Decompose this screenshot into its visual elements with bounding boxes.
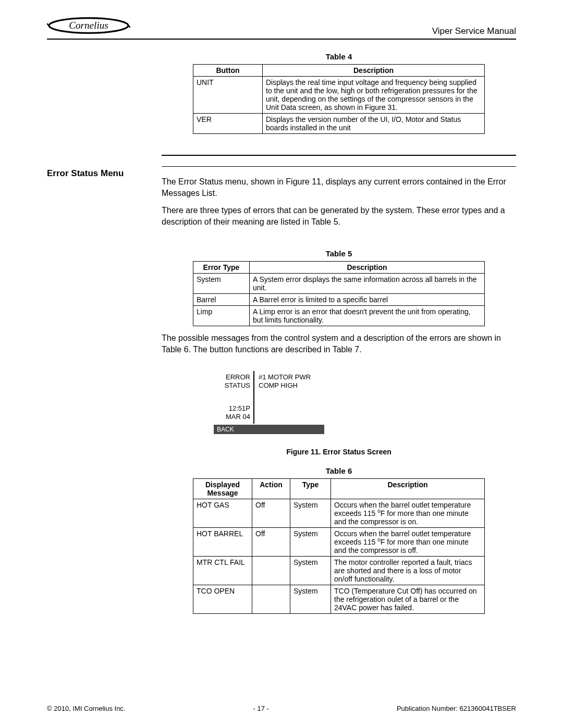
cornelius-logo-icon: Cornelius	[47, 15, 130, 36]
table5-header-type: Error Type	[193, 262, 250, 274]
lcd-back-bar: BACK	[214, 425, 324, 434]
table6: Displayed Message Action Type Descriptio…	[193, 478, 485, 614]
lcd-msg-2: COMP HIGH	[259, 381, 349, 390]
table5: Error Type Description System A System e…	[193, 261, 485, 326]
table4: Button Description UNIT Displays the rea…	[193, 64, 485, 134]
manual-title: Viper Service Manual	[432, 26, 516, 36]
para-error-status-2: There are three types of errors that can…	[162, 205, 516, 227]
table6-header-desc: Description	[331, 478, 485, 499]
section-heading-error-status: Error Status Menu	[47, 166, 162, 179]
para-after-table5: The possible messages from the control s…	[162, 332, 516, 355]
figure11-lcd: ERROR STATUS 12:51P MAR 04 #1 MOTOR PWR …	[214, 371, 349, 434]
lcd-title-1: ERROR	[214, 373, 250, 381]
table-row: TCO OPEN System TCO (Temperature Cut Off…	[193, 585, 485, 613]
table-row: HOT GAS Off System Occurs when the barre…	[193, 499, 485, 527]
svg-text:Cornelius: Cornelius	[69, 20, 108, 31]
table4-caption: Table 4	[162, 52, 516, 61]
table5-caption: Table 5	[162, 249, 516, 258]
para-error-status-1: The Error Status menu, shown in Figure 1…	[162, 176, 516, 199]
footer-page-number: - 17 -	[253, 705, 269, 712]
footer-copyright: © 2010, IMI Cornelius Inc.	[47, 705, 125, 712]
table-row: UNIT Displays the real time input voltag…	[193, 77, 485, 114]
footer-publication: Publication Number: 621360041TBSER	[397, 705, 516, 712]
table4-header-button: Button	[193, 65, 263, 77]
cornelius-logo: Cornelius	[47, 15, 130, 36]
lcd-date: MAR 04	[214, 413, 250, 421]
page-footer: © 2010, IMI Cornelius Inc. - 17 - Public…	[47, 705, 516, 712]
table-row: Barrel A Barrel error is limited to a sp…	[193, 294, 485, 306]
table6-header-action: Action	[252, 478, 290, 499]
lcd-msg-1: #1 MOTOR PWR	[259, 373, 349, 381]
page-header: Cornelius Viper Service Manual	[47, 15, 516, 40]
table-row: VER Displays the version number of the U…	[193, 114, 485, 134]
table-row: System A System error displays the same …	[193, 274, 485, 294]
figure11-caption: Figure 11. Error Status Screen	[162, 448, 516, 456]
table5-header-description: Description	[250, 262, 485, 274]
lcd-time: 12:51P	[214, 404, 250, 413]
table6-header-type: Type	[290, 478, 331, 499]
table6-header-msg: Displayed Message	[193, 478, 252, 499]
table4-header-description: Description	[263, 65, 485, 77]
table-row: HOT BARREL Off System Occurs when the ba…	[193, 527, 485, 556]
table-row: Limp A Limp error is an error that doesn…	[193, 306, 485, 326]
table-row: MTR CTL FAIL System The motor controller…	[193, 556, 485, 585]
lcd-title-2: STATUS	[214, 381, 250, 390]
table6-caption: Table 6	[162, 466, 516, 475]
